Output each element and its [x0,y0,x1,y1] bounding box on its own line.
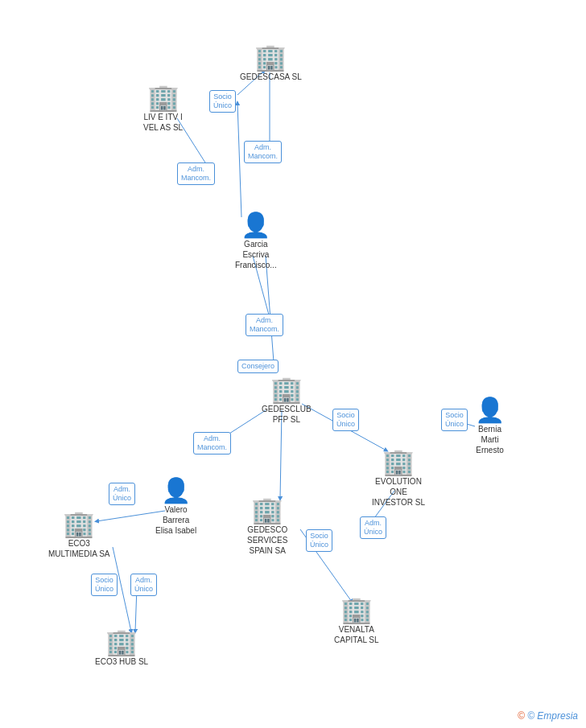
badge-adm-unico-1: Adm.Único [109,483,135,505]
evolution-label: EVOLUTIONONEINVESTOR SL [372,476,425,508]
badge-adm-mancom-3: Adm.Mancom. [246,314,283,336]
valero-label: ValeroBarreraElisa Isabel [155,504,196,536]
badge-adm-mancom-2: Adm.Mancom. [177,162,215,185]
liv-itv-icon: 🏢 [147,84,180,110]
gedesco-services-node: 🏢 GEDESCOSERVICESSPAIN SA [247,497,287,556]
gedesco-services-icon: 🏢 [251,497,283,523]
badge-adm-unico-3: Adm.Único [130,574,157,596]
badge-adm-mancom-4: Adm.Mancom. [193,432,231,454]
gedesco-services-label: GEDESCOSERVICESSPAIN SA [247,524,287,556]
svg-line-13 [237,103,241,217]
badge-socio-unico-2: SocioÚnico [332,409,359,431]
evolution-icon: 🏢 [382,449,415,475]
liv-itv-label: LIV E ITV IVEL AS SL [143,112,183,133]
watermark: © © Empresia [518,710,578,722]
evolution-node: 🏢 EVOLUTIONONEINVESTOR SL [372,449,425,508]
badge-socio-unico-3: SocioÚnico [441,409,468,431]
badge-adm-mancom-1: Adm.Mancom. [244,141,282,163]
venalta-icon: 🏢 [340,597,373,623]
garcia-node: 👤 GarciaEscrivaFrancisco... [235,213,277,270]
gedescasa-node: 🏢 GEDESCASA SL [240,44,302,82]
venalta-node: 🏢 VENALTACAPITAL SL [334,597,379,645]
liv-itv-node: 🏢 LIV E ITV IVEL AS SL [143,84,183,133]
eco3-multimedia-node: 🏢 ECO3MULTIMEDIA SA [48,511,110,559]
bernia-node: 👤 BerniaMartiErnesto [475,398,505,455]
copyright-icon: © [518,710,525,722]
badge-socio-unico-4: SocioÚnico [306,529,332,552]
eco3-multimedia-icon: 🏢 [63,511,95,537]
valero-icon: 👤 [161,479,191,503]
gedescasa-icon: 🏢 [254,44,287,70]
eco3-hub-icon: 🏢 [105,629,138,655]
gedescasa-label: GEDESCASA SL [240,72,302,82]
valero-node: 👤 ValeroBarreraElisa Isabel [155,479,196,536]
badge-socio-unico-1: SocioÚnico [209,90,236,113]
badge-adm-unico-2: Adm.Único [360,516,386,539]
eco3-hub-label: ECO3 HUB SL [95,656,148,667]
gedesclub-label: GEDESCLUBPFP SL [262,404,312,425]
garcia-icon: 👤 [241,213,270,237]
badge-consejero: Consejero [237,360,279,373]
badge-socio-unico-5: SocioÚnico [91,574,118,596]
bernia-label: BerniaMartiErnesto [476,424,503,455]
bernia-icon: 👤 [475,398,505,422]
gedesclub-icon: 🏢 [270,376,303,402]
gedesclub-node: 🏢 GEDESCLUBPFP SL [262,376,312,425]
watermark-text: © Empresia [527,710,578,722]
garcia-label: GarciaEscrivaFrancisco... [235,239,277,270]
venalta-label: VENALTACAPITAL SL [334,624,379,645]
eco3-multimedia-label: ECO3MULTIMEDIA SA [48,538,110,559]
eco3-hub-node: 🏢 ECO3 HUB SL [95,629,148,667]
